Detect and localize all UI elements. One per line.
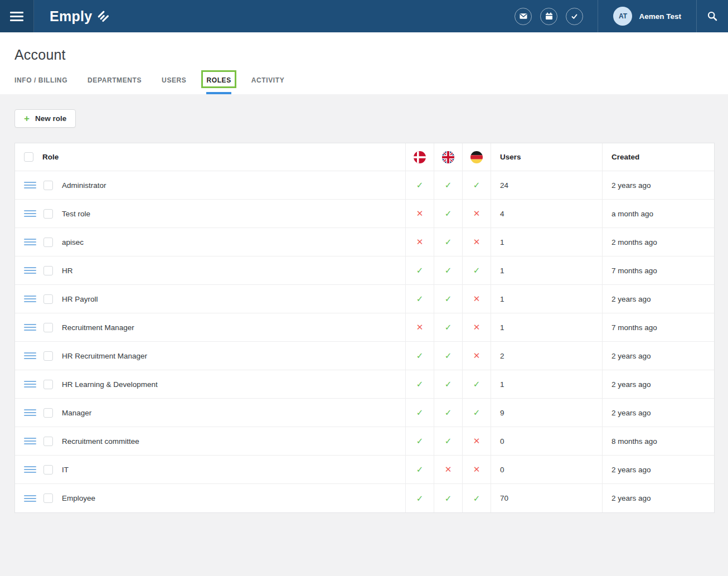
calendar-icon (545, 12, 553, 20)
danish-cell: ✕ (405, 228, 434, 256)
role-name[interactable]: HR Recruitment Manager (62, 352, 147, 360)
row-checkbox[interactable] (43, 465, 53, 475)
tab-departments[interactable]: DEPARTMENTS (88, 75, 142, 94)
users-cell: 1 (491, 228, 602, 256)
danish-cell: ✕ (405, 313, 434, 341)
danish-cell: ✓ (405, 427, 434, 455)
drag-handle-icon[interactable] (24, 352, 36, 359)
drag-handle-icon[interactable] (24, 466, 36, 473)
english-mark: ✓ (445, 436, 452, 446)
table-row[interactable]: Test role ✕ ✓ ✕ 4 a month ago (15, 200, 714, 228)
drag-handle-icon[interactable] (24, 409, 36, 416)
role-name[interactable]: Manager (62, 409, 91, 417)
created-value: 2 years ago (611, 181, 651, 190)
messages-button[interactable] (515, 8, 532, 25)
table-row[interactable]: apisec ✕ ✓ ✕ 1 2 months ago (15, 228, 714, 256)
row-checkbox[interactable] (43, 323, 53, 332)
row-checkbox[interactable] (43, 351, 53, 361)
drag-handle-icon[interactable] (24, 381, 36, 388)
created-value: 2 years ago (611, 380, 651, 389)
role-name[interactable]: HR (62, 267, 73, 275)
hamburger-icon (10, 12, 23, 21)
drag-handle-icon[interactable] (24, 239, 36, 245)
drag-handle-icon[interactable] (24, 324, 36, 331)
drag-handle-icon[interactable] (24, 296, 36, 302)
table-row[interactable]: IT ✓ ✕ ✕ 0 2 years ago (15, 456, 714, 484)
row-checkbox[interactable] (43, 266, 53, 275)
danish-cell: ✓ (405, 370, 434, 398)
logo[interactable]: Emply (50, 0, 110, 32)
drag-handle-icon[interactable] (24, 495, 36, 502)
users-column-header-cell: Users (491, 143, 602, 171)
danish-mark: ✓ (416, 379, 424, 389)
role-name[interactable]: IT (62, 466, 69, 474)
tab-activity[interactable]: ACTIVITY (251, 75, 284, 94)
row-checkbox[interactable] (43, 238, 53, 247)
german-mark: ✕ (473, 464, 481, 475)
german-cell: ✕ (462, 228, 491, 256)
table-row[interactable]: HR Recruitment Manager ✓ ✓ ✕ 2 2 years a… (15, 342, 714, 370)
role-name[interactable]: HR Payroll (62, 295, 98, 303)
row-checkbox[interactable] (43, 493, 53, 503)
calendar-button[interactable] (540, 8, 557, 25)
german-cell: ✓ (462, 484, 491, 512)
drag-handle-icon[interactable] (24, 267, 36, 274)
table-row[interactable]: Employee ✓ ✓ ✓ 70 2 years ago (15, 484, 714, 512)
role-name[interactable]: Employee (62, 494, 95, 502)
users-cell: 0 (491, 427, 602, 455)
english-mark: ✓ (445, 322, 452, 332)
drag-handle-icon[interactable] (24, 182, 36, 188)
row-checkbox[interactable] (43, 209, 53, 219)
role-name[interactable]: Test role (62, 210, 90, 218)
role-name[interactable]: HR Learning & Development (62, 380, 158, 389)
row-checkbox[interactable] (43, 380, 53, 389)
row-checkbox[interactable] (43, 408, 53, 418)
tab-info-billing[interactable]: INFO / BILLING (14, 75, 67, 94)
english-mark: ✓ (445, 408, 452, 418)
table-row[interactable]: Manager ✓ ✓ ✓ 9 2 years ago (15, 399, 714, 427)
tab-users[interactable]: USERS (162, 75, 186, 94)
role-name[interactable]: Recruitment Manager (62, 323, 134, 332)
english-cell: ✓ (434, 370, 462, 398)
search-button[interactable] (697, 0, 728, 32)
role-column-header: Role (42, 153, 59, 161)
user-menu[interactable]: AT Aemen Test (598, 0, 696, 32)
drag-handle-icon[interactable] (24, 210, 36, 217)
users-cell: 9 (491, 399, 602, 427)
danish-mark: ✓ (416, 294, 424, 304)
danish-mark: ✕ (416, 209, 424, 219)
select-all-checkbox[interactable] (24, 152, 33, 162)
tasks-button[interactable] (566, 8, 583, 25)
users-value: 1 (500, 238, 504, 246)
tab-roles[interactable]: ROLES (206, 75, 231, 94)
created-cell: 2 years ago (602, 285, 714, 313)
german-mark: ✕ (473, 322, 481, 332)
table-row[interactable]: HR Payroll ✓ ✓ ✕ 1 2 years ago (15, 285, 714, 313)
menu-button[interactable] (0, 0, 34, 32)
envelope-icon (520, 12, 527, 20)
role-name[interactable]: apisec (62, 238, 84, 246)
row-checkbox[interactable] (43, 181, 53, 190)
users-cell: 1 (491, 313, 602, 341)
table-row[interactable]: Recruitment committee ✓ ✓ ✕ 0 8 months a… (15, 427, 714, 456)
danish-mark: ✓ (416, 436, 424, 446)
role-cell: Administrator (15, 171, 405, 199)
created-cell: 2 years ago (602, 370, 714, 398)
german-cell: ✕ (462, 456, 491, 483)
row-checkbox[interactable] (43, 294, 53, 304)
drag-handle-icon[interactable] (24, 438, 36, 444)
role-name[interactable]: Recruitment committee (62, 437, 139, 446)
role-cell: Recruitment committee (15, 427, 405, 455)
german-cell: ✕ (462, 342, 491, 370)
danish-cell: ✓ (405, 285, 434, 313)
role-name[interactable]: Administrator (62, 181, 106, 190)
new-role-button[interactable]: + New role (14, 109, 76, 128)
row-checkbox[interactable] (43, 437, 53, 446)
table-row[interactable]: Administrator ✓ ✓ ✓ 24 2 years ago (15, 171, 714, 200)
table-row[interactable]: HR ✓ ✓ ✓ 1 7 months ago (15, 256, 714, 285)
created-cell: 2 years ago (602, 456, 714, 483)
table-row[interactable]: HR Learning & Development ✓ ✓ ✓ 1 2 year… (15, 370, 714, 399)
created-column-header: Created (611, 153, 639, 161)
table-row[interactable]: Recruitment Manager ✕ ✓ ✕ 1 7 months ago (15, 313, 714, 342)
english-cell: ✕ (434, 456, 462, 483)
